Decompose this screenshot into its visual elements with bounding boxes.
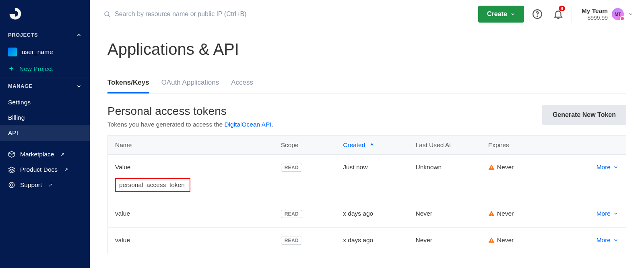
chevron-up-icon [76,32,82,38]
sidebar-new-project[interactable]: + New Project [0,60,90,77]
tokens-table: Name Scope Created Last Used At Expires [107,135,626,254]
search-input[interactable]: Search by resource name or public IP (Ct… [98,10,473,18]
manage-header-text: MANAGE [8,83,33,89]
more-label: More [597,164,611,171]
sidebar-label-api: API [8,129,18,137]
th-scope: Scope [274,136,336,155]
chevron-down-icon [613,164,619,170]
row-more-button[interactable]: More [597,237,619,244]
search-placeholder: Search by resource name or public IP (Ct… [115,10,246,18]
warning-icon [488,237,495,243]
created-cell: x days ago [336,201,408,228]
created-cell: x days ago [336,228,408,254]
th-created[interactable]: Created [336,136,408,155]
external-link-icon: ↗ [60,152,64,157]
warning-icon [488,210,495,217]
warning-icon [488,164,495,170]
section-subtitle: Tokens you have generated to access the … [107,121,273,128]
product-docs-label: Product Docs [20,166,58,173]
create-button[interactable]: Create [478,6,524,23]
sidebar: PROJECTS user_name + New Project MANAGE … [0,0,90,268]
generate-token-button[interactable]: Generate New Token [542,105,626,125]
digitalocean-logo-icon [8,6,23,21]
th-last-used: Last Used At [409,136,481,155]
svg-rect-8 [491,168,491,169]
sidebar-projects-header[interactable]: PROJECTS [0,26,90,44]
marketplace-label: Marketplace [20,151,54,158]
more-label: More [597,237,611,244]
tabs: Tokens/Keys OAuth Applications Access [107,75,626,93]
new-project-label: New Project [19,65,53,73]
sort-asc-icon [369,141,375,148]
chevron-down-icon [628,11,634,17]
box-icon [8,151,15,158]
help-icon [532,9,543,19]
sidebar-label-settings: Settings [8,99,31,106]
divider [572,6,572,23]
sidebar-item-settings[interactable]: Settings [0,95,90,110]
external-link-icon: ↗ [48,182,52,188]
svg-rect-1 [10,17,12,19]
svg-rect-9 [491,213,491,214]
project-icon [8,48,17,56]
avatar-initials: MT [615,12,621,17]
tab-access[interactable]: Access [231,75,253,93]
sidebar-item-billing[interactable]: Billing [0,110,90,125]
sidebar-item-api[interactable]: API [0,125,90,141]
create-label: Create [487,10,507,18]
token-name: value [108,201,274,228]
team-switcher[interactable]: My Team $999.99 MT [578,7,636,21]
section-sub-suffix: . [272,121,273,128]
layers-icon [8,166,15,173]
sidebar-link-marketplace[interactable]: Marketplace ↗ [0,147,90,162]
help-button[interactable] [530,6,545,22]
team-balance: $999.99 [582,15,608,21]
token-name: Value [115,164,266,171]
svg-point-6 [537,16,538,17]
content-area: Applications & API Tokens/Keys OAuth App… [90,28,644,266]
notification-badge: 8 [559,6,565,11]
chevron-down-icon [510,12,515,17]
expires-cell: Never [497,164,514,171]
notifications-button[interactable]: 8 [551,6,566,22]
sidebar-link-product-docs[interactable]: Product Docs ↗ [0,162,90,177]
team-avatar: MT [612,8,624,20]
row-more-button[interactable]: More [597,164,619,171]
logo[interactable] [0,0,90,26]
scope-badge: READ [281,210,302,218]
table-row: value READ x days ago Never Never [108,201,626,228]
section-sub-prefix: Tokens you have generated to access the [107,121,224,128]
table-row: value READ x days ago Never Never [108,228,626,254]
team-name: My Team [582,7,608,15]
api-docs-link[interactable]: DigitalOcean API [224,121,271,128]
last-used-cell: Unknown [409,155,481,201]
created-cell: Just now [336,155,408,201]
th-expires: Expires [481,136,574,155]
sidebar-manage-header[interactable]: MANAGE [0,77,90,95]
svg-rect-7 [491,166,491,168]
tab-tokens[interactable]: Tokens/Keys [107,75,149,93]
scope-badge: READ [281,164,302,172]
svg-rect-11 [491,239,491,241]
svg-rect-0 [12,14,15,17]
th-name: Name [108,136,274,155]
svg-point-4 [105,12,109,16]
chevron-down-icon [613,237,619,243]
th-created-label: Created [343,141,365,148]
last-used-cell: Never [409,201,481,228]
projects-header-text: PROJECTS [8,32,38,38]
tab-oauth[interactable]: OAuth Applications [161,75,219,93]
sidebar-project-item[interactable]: user_name [0,44,90,60]
token-value-highlight[interactable]: personal_access_token [115,178,190,192]
row-more-button[interactable]: More [597,210,619,217]
svg-rect-10 [491,215,491,215]
last-used-cell: Never [409,228,481,254]
page-title: Applications & API [107,40,626,58]
sidebar-link-support[interactable]: Support ↗ [0,177,90,193]
svg-rect-12 [491,241,491,242]
table-row: Value personal_access_token READ Just no… [108,155,626,201]
external-link-icon: ↗ [64,167,68,172]
plus-icon: + [8,64,14,73]
scope-badge: READ [281,237,302,245]
project-name: user_name [22,48,53,56]
